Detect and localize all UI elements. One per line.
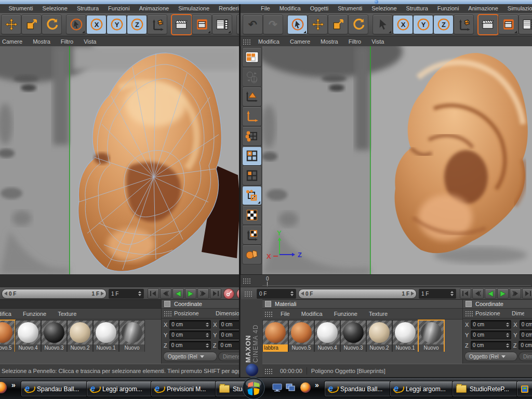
material-nuovo[interactable]: Nuovo <box>419 321 444 352</box>
timeline-grip[interactable] <box>244 291 252 297</box>
material-nuovo1[interactable]: Nuovo.1 <box>393 321 418 352</box>
coordinate-system-button[interactable] <box>148 15 167 34</box>
pos-y-field[interactable]: 0 cm <box>471 330 511 339</box>
polygons-mode-button[interactable] <box>243 166 261 185</box>
pos-x-field[interactable]: 0 cm <box>471 320 511 329</box>
selection-filter-button[interactable] <box>373 15 392 34</box>
move-tool-button[interactable] <box>308 15 327 34</box>
switch-windows-icon[interactable] <box>286 383 296 392</box>
dimension-apply-button[interactable]: Dimensioni <box>519 352 532 361</box>
scale-tool-button[interactable] <box>328 15 348 34</box>
menu-oggetti[interactable]: Oggetti <box>0 4 4 13</box>
x-axis-lock-button[interactable]: X <box>87 15 106 34</box>
start-button[interactable] <box>242 377 265 399</box>
vp-menu-mostra[interactable]: Mostra <box>315 38 343 45</box>
live-selection-button[interactable] <box>66 15 86 34</box>
goto-start-button[interactable] <box>460 289 471 298</box>
x-axis-lock-button[interactable]: X <box>393 15 413 34</box>
render-picture-viewer-button[interactable] <box>499 15 518 34</box>
current-frame-spinner[interactable]: 0 F <box>257 289 296 299</box>
frame-step-spinner[interactable]: 1 F <box>109 289 144 299</box>
render-picture-viewer-button[interactable] <box>192 15 211 34</box>
material-nuovo1[interactable]: Nuovo.1 <box>94 321 118 352</box>
taskbar-button-spandau-2[interactable]: eSpandau Ball... <box>324 381 395 397</box>
menu-struttura[interactable]: Struttura <box>402 4 433 13</box>
mat-tab-file[interactable]: File <box>275 311 296 317</box>
pos-y-field[interactable]: 0 cm <box>169 330 211 339</box>
vp-menu-camere[interactable]: Camere <box>285 38 315 45</box>
mat-tab-modifica[interactable]: Modifica <box>0 311 17 317</box>
goto-end-button[interactable] <box>210 289 221 298</box>
model-mode-button[interactable] <box>243 186 261 205</box>
menu-animazione[interactable]: Animazione <box>135 4 174 13</box>
edges-mode-button[interactable] <box>243 147 261 165</box>
spinner-arrows-icon[interactable] <box>290 291 294 296</box>
vp-menu-filtro[interactable]: Filtro <box>343 38 366 45</box>
taskbar-button-spandau-1[interactable]: eSpandau Ball... <box>21 381 91 397</box>
panel-grip[interactable] <box>465 311 473 316</box>
material-labbra[interactable]: labbra <box>263 321 288 352</box>
next-key-button[interactable] <box>198 289 208 298</box>
render-view-button[interactable] <box>172 15 191 34</box>
menu-selezione[interactable]: Selezione <box>38 4 72 13</box>
taskbar-button-leggi-1[interactable]: eLeggi argom... <box>86 381 156 397</box>
rotate-tool-button[interactable] <box>42 15 61 34</box>
show-desktop-icon[interactable] <box>272 383 282 392</box>
panel-icon[interactable] <box>164 301 170 307</box>
menu-funzioni[interactable]: Funzioni <box>103 4 135 13</box>
spinner-arrows-icon[interactable] <box>138 291 141 296</box>
pos-x-field[interactable]: 0 cm <box>169 320 211 329</box>
redo-button[interactable]: ↷ <box>263 15 283 34</box>
taskbar-button-partial[interactable]: b <box>516 381 532 397</box>
spinner-arrows-icon[interactable] <box>450 291 454 296</box>
menu-struttura[interactable]: Struttura <box>72 4 103 13</box>
menu-modifica[interactable]: Modifica <box>275 4 305 13</box>
menu-simulazione[interactable]: Simulazione <box>503 4 532 13</box>
next-key-button[interactable] <box>510 289 521 298</box>
menu-strumenti[interactable]: Strumenti <box>4 4 37 13</box>
frame-range-slider[interactable]: 0 F 1 F <box>298 289 417 299</box>
rotate-tool-button[interactable] <box>349 15 368 34</box>
scale-tool-button[interactable] <box>22 15 41 34</box>
firefox-taskbar-icon[interactable] <box>0 382 7 393</box>
menu-simulazione[interactable]: Simulazione <box>174 4 214 13</box>
taskbar-button-studoretep[interactable]: StudioReteP... <box>452 381 522 397</box>
vp-menu-vista[interactable]: Vista <box>366 38 389 45</box>
render-view-button[interactable] <box>478 15 498 34</box>
dim-z-field[interactable]: 0 cm <box>518 341 532 350</box>
mat-tab-funzione[interactable]: Funzione <box>17 311 52 317</box>
layout-button[interactable] <box>243 48 261 66</box>
play-forward-button[interactable] <box>498 289 508 298</box>
vp-menu-mostra[interactable]: Mostra <box>28 38 56 45</box>
menu-file[interactable]: File <box>256 4 275 13</box>
play-backward-button[interactable] <box>173 289 183 298</box>
coordinate-mode-dropdown[interactable]: Oggetto (Rel <box>164 352 217 361</box>
material-nuovo5[interactable]: Nuovo.5 <box>0 321 15 352</box>
dim-x-field[interactable]: 0 cm <box>219 320 241 329</box>
material-nuovo3[interactable]: Nuovo.3 <box>341 321 366 352</box>
pos-z-field[interactable]: 0 cm <box>169 341 211 350</box>
pos-z-field[interactable]: 0 cm <box>471 341 511 350</box>
mat-tab-texture[interactable]: Texture <box>52 311 82 317</box>
points-mode-button[interactable] <box>243 127 261 145</box>
dim-y-field[interactable]: 0 cm <box>520 330 532 339</box>
vp-menu-modifica[interactable]: Modifica <box>253 38 285 45</box>
mat-tab-funzione[interactable]: Funzione <box>328 311 363 317</box>
taskband-overflow-chevron[interactable]: » <box>315 381 319 389</box>
world-grid-button[interactable] <box>243 68 261 86</box>
coordinate-mode-dropdown[interactable]: Oggetto (Rel <box>465 352 517 361</box>
menu-strumenti[interactable]: Strumenti <box>333 4 367 13</box>
render-settings-button[interactable] <box>519 15 532 34</box>
frame-range-slider[interactable]: 0 F 1 F <box>2 289 107 299</box>
material-nuovo4[interactable]: Nuovo.4 <box>315 321 340 352</box>
viewport-menu-grip[interactable] <box>243 39 251 45</box>
record-keyframe-button[interactable] <box>224 289 234 299</box>
dim-y-field[interactable]: 0 cm <box>219 330 241 339</box>
frame-step-spinner[interactable]: 1 F <box>419 289 456 299</box>
material-nuovo5[interactable]: Nuovo.5 <box>289 321 314 352</box>
texture-axis-mode-button[interactable] <box>243 225 261 244</box>
quicklaunch-overflow-chevron[interactable]: » <box>11 381 16 389</box>
dim-z-field[interactable]: 0 cm <box>218 341 241 350</box>
play-backward-button[interactable] <box>485 289 496 298</box>
vp-menu-camere[interactable]: Camere <box>0 38 28 45</box>
